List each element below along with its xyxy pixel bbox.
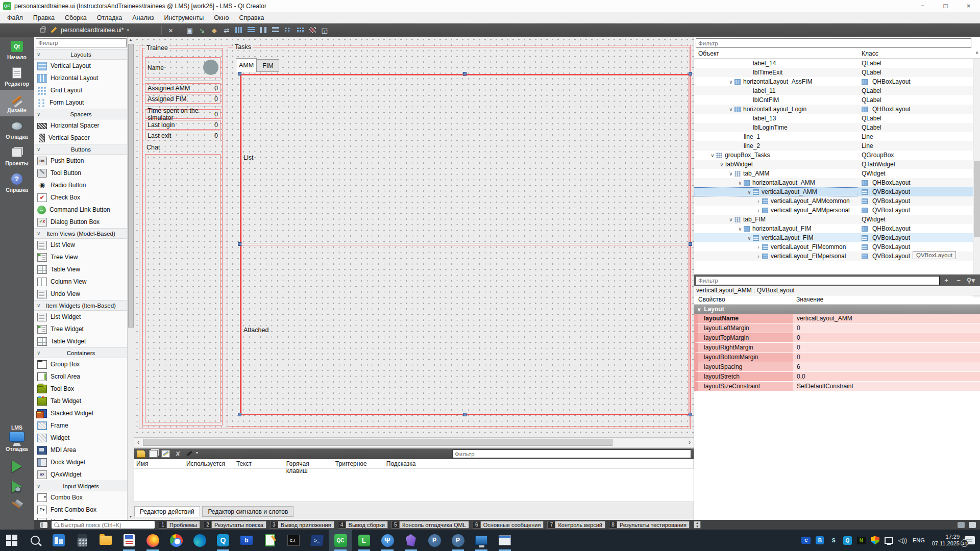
chevron-right-icon[interactable]: › [755, 208, 762, 213]
tab-AMM[interactable]: AMM [236, 58, 257, 72]
property-filter-input[interactable] [696, 276, 940, 285]
fork-app[interactable]: Ψ [376, 530, 399, 551]
edit-widgets-icon[interactable]: ▣ [184, 25, 195, 35]
notifications-icon[interactable]: 14 [965, 536, 975, 544]
layout-section-header[interactable]: ∨ Layout [694, 305, 980, 314]
mode-Проекты[interactable]: Проекты [0, 143, 34, 169]
widget-filter-input[interactable] [36, 38, 127, 47]
edit-tab-order-icon[interactable]: ⇄ [221, 25, 232, 35]
tree-row-lblLoginTime[interactable]: lblLoginTime QLabel [694, 123, 973, 132]
widget-item[interactable]: →Command Link Button [34, 204, 128, 216]
tree-row-label_13[interactable]: label_13 QLabel [694, 114, 973, 123]
tree-row-horizontalLayout_Login[interactable]: ∨horizontalLayout_Login QHBoxLayout [694, 105, 973, 114]
output-pane-2[interactable]: 2Результаты поиска [204, 521, 266, 529]
widget-item[interactable]: Tool Box [34, 383, 128, 395]
chevron-down-icon[interactable]: ∨ [737, 226, 744, 232]
form-field[interactable]: Assigned FIM0 [145, 94, 220, 104]
form-editor-canvas[interactable]: Trainee Name Assigned AMM0Assigned FIM0 … [134, 37, 694, 437]
break-layout-icon[interactable]: ⊘ [307, 25, 318, 35]
property-value[interactable]: 0 [793, 353, 980, 362]
property-value[interactable]: verticalLayout_AMM [793, 314, 980, 323]
mode-Редактор[interactable]: Редактор [0, 63, 34, 90]
action-column-header[interactable]: Текст [234, 459, 284, 468]
sidebar-toggle-icon[interactable] [40, 522, 47, 528]
defender-icon[interactable] [869, 535, 881, 546]
debug-button[interactable] [12, 481, 22, 493]
widget-item[interactable]: Grid Layout [34, 84, 128, 96]
pane-spinner-button[interactable]: ▲▼ [694, 521, 701, 529]
tree-row-line_1[interactable]: line_1 Line [694, 132, 973, 141]
nvidia-icon[interactable]: N [855, 535, 867, 546]
minimize-button[interactable]: − [911, 0, 934, 12]
widget-item[interactable]: Table Widget [34, 335, 128, 347]
widget-item[interactable]: OKPush Button [34, 155, 128, 167]
edit-buddies-icon[interactable]: ◆ [209, 25, 220, 35]
widget-item[interactable]: Undo View [34, 288, 128, 300]
widget-item[interactable]: Horizontal Spacer [34, 119, 128, 132]
layout-horizontally-icon[interactable] [233, 25, 244, 35]
scrollbar-thumb[interactable] [143, 439, 612, 446]
tree-row-verticalLayout_FIMcommon[interactable]: ›verticalLayout_FIMcommon QVBoxLayout [694, 242, 973, 252]
widget-item[interactable]: Scroll Area [34, 370, 128, 383]
form-field[interactable]: Assigned AMM0 [145, 83, 220, 93]
widget-item[interactable]: Column View [34, 276, 128, 288]
property-row-layoutTopMargin[interactable]: layoutTopMargin 0 [694, 333, 980, 343]
widget-section-header[interactable]: ∨Layouts [34, 49, 128, 60]
widget-item[interactable]: axQAxWidget [34, 468, 128, 481]
layout-vertically-icon[interactable] [246, 25, 257, 35]
tree-row-verticalLayout_AMM[interactable]: ∨verticalLayout_AMM QVBoxLayout [694, 187, 973, 196]
widget-item[interactable]: ✔✘Dialog Button Box [34, 216, 128, 228]
system-window-app[interactable] [493, 530, 517, 551]
widget-item[interactable]: Frame [34, 419, 128, 432]
scroll-down-icon[interactable]: ▼ [128, 514, 134, 520]
selection-handle[interactable] [689, 72, 692, 76]
tree-row-tab_AMM[interactable]: ∨tab_AMM QWidget [694, 169, 973, 178]
layout-vertical-splitter-icon[interactable] [270, 25, 281, 35]
lms-app[interactable]: L [352, 530, 376, 551]
tree-row-label_11[interactable]: label_11 QLabel [694, 86, 973, 95]
mode-Начало[interactable]: Qt Начало [0, 37, 34, 63]
edit-signals-slots-icon[interactable]: ↘ [197, 25, 208, 35]
bottom-tab[interactable]: Редактор действий [134, 506, 200, 517]
mail-app[interactable]: b [235, 530, 258, 551]
property-value[interactable]: SetDefaultConstraint [793, 382, 980, 391]
layout-grid-icon[interactable] [295, 25, 306, 35]
output-pane-5[interactable]: 5Консоль отладчика QML [391, 521, 469, 529]
widget-item[interactable]: List Widget [34, 311, 128, 323]
network-icon[interactable] [883, 535, 895, 546]
quick-search-input[interactable] [52, 521, 155, 529]
widget-item[interactable]: ▾Combo Box [34, 491, 128, 504]
chevron-right-icon[interactable]: › [755, 254, 762, 259]
new-action-icon[interactable] [137, 450, 145, 458]
widget-item[interactable]: Vertical Layout [34, 60, 128, 72]
layout-verticalLayout_AMMpersonal[interactable] [241, 245, 689, 413]
bluetooth-icon[interactable]: B [814, 535, 826, 546]
property-row-layoutSizeConstraint[interactable]: layoutSizeConstraint SetDefaultConstrain… [694, 382, 980, 391]
canvas-horizontal-scrollbar[interactable]: ‹ › [134, 437, 694, 447]
output-pane-4[interactable]: 4Вывод сборки [338, 521, 388, 529]
widget-item[interactable]: Stacked Widget [34, 407, 128, 419]
close-document-button[interactable]: × [165, 26, 176, 35]
notes-app[interactable] [258, 530, 282, 551]
tree-row-horizontalLayout_FIM[interactable]: ∨horizontalLayout_FIM QHBoxLayout [694, 224, 973, 233]
object-filter-input[interactable] [696, 38, 971, 48]
tree-row-verticalLayout_FIM[interactable]: ∨verticalLayout_FIM QVBoxLayout [694, 233, 973, 242]
mode-Справка[interactable]: ? Справка [0, 169, 34, 196]
tree-row-lblCntFIM[interactable]: lblCntFIM QLabel [694, 95, 973, 105]
adjust-size-icon[interactable]: ◲ [319, 25, 330, 35]
property-row-layoutRightMargin[interactable]: layoutRightMargin 0 [694, 343, 980, 353]
tree-row-verticalLayout_AMMpersonal[interactable]: ›verticalLayout_AMMpersonal QVBoxLayout [694, 206, 973, 215]
volume-icon[interactable]: ◁)) [897, 535, 909, 546]
output-pane-6[interactable]: 6Основные сообщения [473, 521, 544, 529]
property-value[interactable]: 6 [793, 362, 980, 372]
configure-properties-button[interactable]: ⚲▾ [965, 276, 976, 285]
action-column-header[interactable]: Горячая клавиш [284, 459, 333, 468]
layout-form-icon[interactable] [282, 25, 293, 35]
action-column-header[interactable]: Триггерное [333, 459, 384, 468]
widget-item[interactable]: Tab Widget [34, 395, 128, 407]
widget-item[interactable]: ✔Check Box [34, 191, 128, 204]
chevron-right-icon[interactable]: › [755, 244, 762, 250]
menubar-item[interactable]: Отладка [92, 13, 127, 23]
chat-group-box[interactable] [145, 154, 220, 422]
output-panel-icon[interactable] [969, 522, 976, 528]
